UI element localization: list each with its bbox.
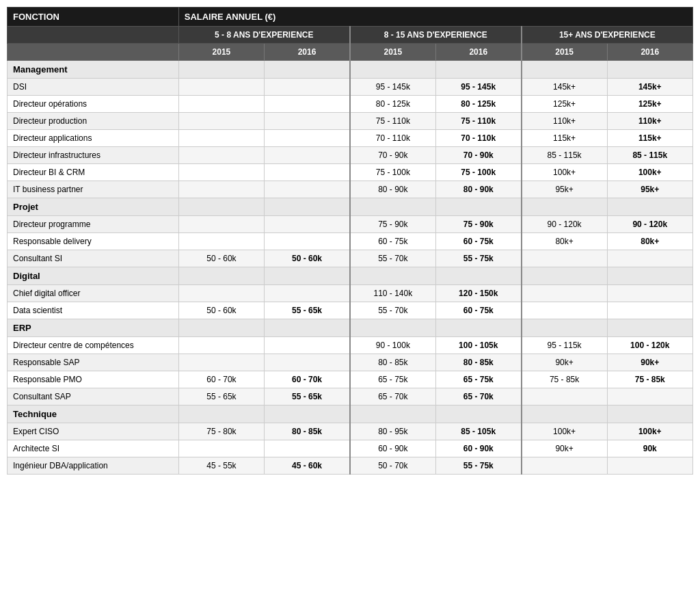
header-exp3: 15+ ANS D'EXPERIENCE bbox=[522, 27, 693, 44]
value-cell: 70 - 110k bbox=[435, 130, 521, 147]
value-cell bbox=[265, 113, 350, 130]
value-cell: 60 - 90k bbox=[350, 440, 435, 457]
value-cell bbox=[607, 388, 692, 405]
value-cell bbox=[522, 285, 607, 302]
value-cell: 90 - 100k bbox=[350, 337, 435, 354]
value-cell: 55 - 65k bbox=[265, 302, 350, 319]
value-cell: 110 - 140k bbox=[350, 285, 435, 302]
value-cell: 95k+ bbox=[607, 181, 692, 198]
header-salaire: SALAIRE ANNUEL (€) bbox=[178, 8, 692, 27]
value-cell bbox=[265, 285, 350, 302]
value-cell: 115k+ bbox=[607, 130, 692, 147]
fonction-cell: Chief digital officer bbox=[8, 285, 179, 302]
value-cell: 75 - 90k bbox=[435, 216, 521, 233]
header-exp1: 5 - 8 ANS D'EXPERIENCE bbox=[178, 27, 350, 44]
value-cell: 70 - 110k bbox=[350, 130, 435, 147]
table-row: Consultant SAP55 - 65k55 - 65k65 - 70k65… bbox=[8, 388, 693, 405]
value-cell: 50 - 60k bbox=[178, 302, 264, 319]
category-row: Management bbox=[8, 61, 693, 79]
value-cell: 85 - 115k bbox=[522, 147, 607, 164]
fonction-cell: Directeur opérations bbox=[8, 96, 179, 113]
fonction-cell: Directeur production bbox=[8, 113, 179, 130]
fonction-cell: Responsable SAP bbox=[8, 354, 179, 371]
table-row: Data scientist50 - 60k55 - 65k55 - 70k60… bbox=[8, 302, 693, 319]
table-row: Responsable PMO60 - 70k60 - 70k65 - 75k6… bbox=[8, 371, 693, 388]
value-cell: 145k+ bbox=[607, 79, 692, 96]
value-cell: 85 - 115k bbox=[607, 147, 692, 164]
category-row: ERP bbox=[8, 319, 693, 337]
value-cell: 125k+ bbox=[522, 96, 607, 113]
value-cell: 100k+ bbox=[607, 423, 692, 440]
table-row: Directeur production75 - 110k75 - 110k11… bbox=[8, 113, 693, 130]
table-row: Directeur applications70 - 110k70 - 110k… bbox=[8, 130, 693, 147]
value-cell: 45 - 60k bbox=[265, 457, 350, 475]
value-cell: 120 - 150k bbox=[435, 285, 521, 302]
value-cell: 75 - 110k bbox=[435, 113, 521, 130]
header-empty-2 bbox=[8, 44, 179, 61]
value-cell bbox=[178, 337, 264, 354]
value-cell: 90 - 120k bbox=[522, 216, 607, 233]
value-cell: 80 - 85k bbox=[265, 423, 350, 440]
value-cell bbox=[265, 147, 350, 164]
value-cell: 145k+ bbox=[522, 79, 607, 96]
value-cell bbox=[178, 216, 264, 233]
value-cell: 60 - 75k bbox=[350, 233, 435, 250]
fonction-cell: Consultant SAP bbox=[8, 388, 179, 405]
value-cell bbox=[265, 164, 350, 181]
table-row: Ingénieur DBA/application45 - 55k45 - 60… bbox=[8, 457, 693, 475]
value-cell: 125k+ bbox=[607, 96, 692, 113]
value-cell: 80 - 90k bbox=[350, 181, 435, 198]
table-row: Chief digital officer110 - 140k120 - 150… bbox=[8, 285, 693, 302]
value-cell: 100k+ bbox=[607, 164, 692, 181]
value-cell: 55 - 75k bbox=[435, 457, 521, 475]
table-row: Directeur opérations80 - 125k80 - 125k12… bbox=[8, 96, 693, 113]
fonction-cell: Data scientist bbox=[8, 302, 179, 319]
value-cell: 45 - 55k bbox=[178, 457, 264, 475]
value-cell: 50 - 60k bbox=[178, 250, 264, 267]
value-cell bbox=[178, 440, 264, 457]
value-cell: 80 - 90k bbox=[435, 181, 521, 198]
fonction-cell: Directeur programme bbox=[8, 216, 179, 233]
category-name: Technique bbox=[8, 405, 179, 423]
value-cell: 60 - 90k bbox=[435, 440, 521, 457]
fonction-cell: Responsable delivery bbox=[8, 233, 179, 250]
value-cell: 55 - 70k bbox=[350, 250, 435, 267]
value-cell bbox=[265, 216, 350, 233]
value-cell: 80k+ bbox=[607, 233, 692, 250]
value-cell bbox=[522, 302, 607, 319]
table-row: Architecte SI60 - 90k60 - 90k90k+90k bbox=[8, 440, 693, 457]
value-cell bbox=[178, 285, 264, 302]
value-cell bbox=[607, 302, 692, 319]
value-cell bbox=[178, 113, 264, 130]
fonction-cell: Responsable PMO bbox=[8, 371, 179, 388]
value-cell bbox=[178, 130, 264, 147]
table-row: Responsable SAP80 - 85k80 - 85k90k+90k+ bbox=[8, 354, 693, 371]
value-cell: 50 - 60k bbox=[265, 250, 350, 267]
table-row: DSI95 - 145k95 - 145k145k+145k+ bbox=[8, 79, 693, 96]
value-cell bbox=[178, 354, 264, 371]
value-cell bbox=[178, 79, 264, 96]
fonction-cell: Directeur infrastructures bbox=[8, 147, 179, 164]
category-name: Management bbox=[8, 61, 179, 79]
value-cell bbox=[607, 285, 692, 302]
value-cell: 55 - 65k bbox=[265, 388, 350, 405]
value-cell: 75 - 80k bbox=[178, 423, 264, 440]
value-cell: 75 - 85k bbox=[607, 371, 692, 388]
value-cell bbox=[522, 250, 607, 267]
value-cell: 90k+ bbox=[522, 440, 607, 457]
value-cell: 55 - 75k bbox=[435, 250, 521, 267]
table-row: Directeur BI & CRM75 - 100k75 - 100k100k… bbox=[8, 164, 693, 181]
value-cell bbox=[607, 457, 692, 475]
value-cell: 80 - 85k bbox=[350, 354, 435, 371]
value-cell: 55 - 65k bbox=[178, 388, 264, 405]
fonction-cell: Directeur applications bbox=[8, 130, 179, 147]
value-cell bbox=[178, 181, 264, 198]
value-cell: 60 - 75k bbox=[435, 302, 521, 319]
value-cell: 55 - 70k bbox=[350, 302, 435, 319]
value-cell: 90k+ bbox=[522, 354, 607, 371]
table-row: Responsable delivery60 - 75k60 - 75k80k+… bbox=[8, 233, 693, 250]
value-cell: 95 - 145k bbox=[350, 79, 435, 96]
fonction-cell: Directeur centre de compétences bbox=[8, 337, 179, 354]
table-row: Directeur programme75 - 90k75 - 90k90 - … bbox=[8, 216, 693, 233]
header-y6: 2016 bbox=[607, 44, 692, 61]
